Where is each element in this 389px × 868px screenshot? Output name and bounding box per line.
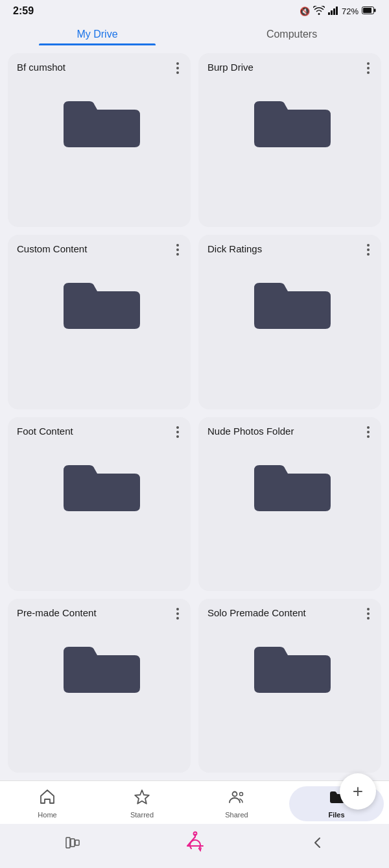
signal-icon xyxy=(328,6,338,17)
battery-icon xyxy=(362,6,376,16)
folder-icon-pre-made-content xyxy=(17,627,182,700)
svg-rect-10 xyxy=(71,839,75,847)
mute-icon: 🔇 xyxy=(300,6,310,16)
folder-name-foot-content: Foot Content xyxy=(17,425,174,438)
folder-menu-custom-content[interactable] xyxy=(174,243,182,257)
folder-name-solo-premade-content: Solo Premade Content xyxy=(207,607,364,620)
nav-label-shared: Shared xyxy=(225,811,248,819)
folder-grid: Bf cumshot Burp Drive xyxy=(0,45,389,780)
system-bar xyxy=(0,824,389,868)
folder-menu-nude-photos-folder[interactable] xyxy=(364,425,372,439)
nav-label-starred: Starred xyxy=(130,811,154,819)
folder-menu-pre-made-content[interactable] xyxy=(174,607,182,621)
folder-icon-bf-cumshot xyxy=(17,82,182,154)
nav-item-shared[interactable]: Shared xyxy=(189,786,284,821)
svg-point-7 xyxy=(233,792,237,797)
nav-item-home[interactable]: Home xyxy=(0,786,95,821)
folder-card-foot-content[interactable]: Foot Content xyxy=(8,417,191,591)
folder-card-custom-content[interactable]: Custom Content xyxy=(8,235,191,409)
fab-add[interactable]: + xyxy=(340,773,376,810)
bottom-nav: Home Starred Shared xyxy=(0,780,389,824)
folder-card-solo-premade-content[interactable]: Solo Premade Content xyxy=(198,599,381,773)
wifi-icon xyxy=(313,6,325,17)
status-icons: 🔇 72% xyxy=(300,6,376,17)
folder-name-custom-content: Custom Content xyxy=(17,243,174,256)
nav-item-starred[interactable]: Starred xyxy=(95,786,189,821)
folder-name-bf-cumshot: Bf cumshot xyxy=(17,61,174,74)
folder-menu-burp-drive[interactable] xyxy=(364,61,372,75)
people-icon xyxy=(228,789,245,808)
folder-name-nude-photos-folder: Nude Photos Folder xyxy=(207,425,364,438)
folder-menu-bf-cumshot[interactable] xyxy=(174,61,182,75)
folder-icon-burp-drive xyxy=(207,82,372,154)
status-bar: 2:59 🔇 72% xyxy=(0,0,389,19)
home-button[interactable] xyxy=(183,830,207,858)
folder-name-burp-drive: Burp Drive xyxy=(207,61,364,74)
folder-menu-foot-content[interactable] xyxy=(174,425,182,439)
folder-card-nude-photos-folder[interactable]: Nude Photos Folder xyxy=(198,417,381,591)
folder-card-dick-ratings[interactable]: Dick Ratings xyxy=(198,235,381,409)
page-wrapper: 2:59 🔇 72% xyxy=(0,0,389,868)
folder-icon-solo-premade-content xyxy=(207,627,372,700)
folder-card-bf-cumshot[interactable]: Bf cumshot xyxy=(8,53,191,227)
folder-menu-dick-ratings[interactable] xyxy=(364,243,372,257)
svg-rect-6 xyxy=(374,8,376,12)
home-icon xyxy=(39,789,56,808)
folder-card-burp-drive[interactable]: Burp Drive xyxy=(198,53,381,227)
svg-rect-0 xyxy=(328,12,330,15)
star-icon xyxy=(134,789,150,808)
nav-label-files: Files xyxy=(328,811,344,819)
svg-point-8 xyxy=(240,793,243,796)
folder-icon-custom-content xyxy=(17,263,182,336)
tab-computers[interactable]: Computers xyxy=(194,22,389,45)
fab-add-icon: + xyxy=(353,781,363,802)
svg-rect-9 xyxy=(66,838,70,848)
tab-bar: My Drive Computers xyxy=(0,19,389,45)
status-time: 2:59 xyxy=(13,5,34,17)
svg-rect-11 xyxy=(75,840,79,845)
folder-menu-solo-premade-content[interactable] xyxy=(364,607,372,621)
recent-apps-button[interactable] xyxy=(65,836,80,852)
back-button[interactable] xyxy=(310,836,324,853)
svg-rect-1 xyxy=(331,10,333,15)
folder-icon-nude-photos-folder xyxy=(207,446,372,518)
svg-rect-2 xyxy=(333,8,335,15)
tab-my-drive[interactable]: My Drive xyxy=(0,22,194,45)
folder-name-pre-made-content: Pre-made Content xyxy=(17,607,174,620)
battery-percentage: 72% xyxy=(342,6,359,16)
svg-rect-3 xyxy=(336,6,338,15)
folder-icon-foot-content xyxy=(17,446,182,518)
folder-icon-dick-ratings xyxy=(207,263,372,336)
nav-label-home: Home xyxy=(38,811,56,819)
folder-card-pre-made-content[interactable]: Pre-made Content xyxy=(8,599,191,773)
folder-name-dick-ratings: Dick Ratings xyxy=(207,243,364,256)
svg-rect-5 xyxy=(363,8,371,13)
